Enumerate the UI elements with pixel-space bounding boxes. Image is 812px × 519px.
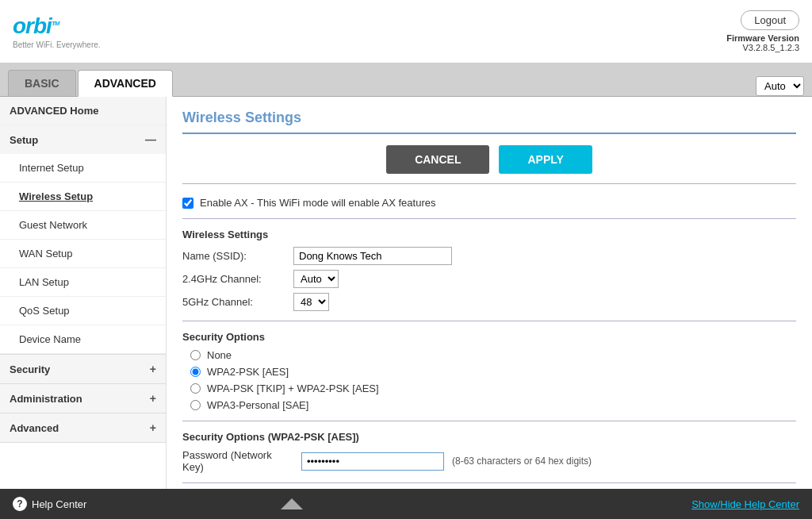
apply-button[interactable]: APPLY bbox=[499, 145, 592, 174]
password-label: Password (Network Key) bbox=[182, 449, 293, 473]
sidebar-item-wan-setup[interactable]: WAN Setup bbox=[0, 240, 166, 268]
content-area: Wireless Settings CANCEL APPLY Enable AX… bbox=[167, 97, 812, 489]
sidebar-setup-collapse-icon: — bbox=[145, 133, 156, 146]
sidebar-item-internet-setup[interactable]: Internet Setup bbox=[0, 154, 166, 183]
radio-wpa2-psk-aes[interactable] bbox=[190, 367, 201, 377]
wireless-settings-section: Wireless Settings Name (SSID): 2.4GHz Ch… bbox=[182, 229, 796, 311]
security-options-wpa2-title: Security Options (WPA2-PSK [AES]) bbox=[182, 431, 796, 443]
radio-none-label: None bbox=[207, 349, 232, 361]
sidebar-administration-header[interactable]: Administration + bbox=[0, 384, 166, 413]
channel-24-value: Auto bbox=[293, 270, 339, 288]
ssid-value bbox=[293, 247, 452, 265]
enable-ax-checkbox[interactable] bbox=[182, 198, 193, 209]
header: orbiTM Better WiFi. Everywhere. Logout F… bbox=[0, 0, 812, 63]
ssid-input[interactable] bbox=[293, 247, 452, 265]
tab-right: Auto bbox=[756, 76, 804, 96]
security-section: Security Options None WPA2-PSK [AES] WPA… bbox=[182, 331, 796, 411]
tab-advanced[interactable]: ADVANCED bbox=[78, 70, 173, 97]
sidebar-setup-header[interactable]: Setup — bbox=[0, 125, 166, 154]
wireless-settings-title: Wireless Settings bbox=[182, 229, 796, 240]
footer-left: ? Help Center bbox=[13, 497, 86, 511]
logo-tagline: Better WiFi. Everywhere. bbox=[13, 40, 101, 49]
footer-arrow-up[interactable] bbox=[281, 498, 303, 509]
radio-wpa-psk-tkip-row: WPA-PSK [TKIP] + WPA2-PSK [AES] bbox=[190, 383, 796, 394]
sidebar-security-expand-icon: + bbox=[150, 363, 156, 375]
sidebar: ADVANCED Home Setup — Internet Setup Wir… bbox=[0, 97, 167, 489]
password-row: Password (Network Key) (8-63 characters … bbox=[182, 449, 796, 473]
security-options-wpa2-section: Security Options (WPA2-PSK [AES]) Passwo… bbox=[182, 431, 796, 473]
password-input[interactable] bbox=[301, 452, 444, 471]
channel-5-row: 5GHz Channel: 48 bbox=[182, 293, 796, 311]
sidebar-advanced-expand-icon: + bbox=[150, 421, 156, 434]
button-row: CANCEL APPLY bbox=[182, 145, 796, 184]
channel-5-label: 5GHz Channel: bbox=[182, 296, 293, 308]
header-right: Logout Firmware Version V3.2.8.5_1.2.3 bbox=[726, 10, 799, 52]
sidebar-setup-label: Setup bbox=[10, 134, 38, 146]
radio-none[interactable] bbox=[190, 350, 201, 360]
channel-24-select[interactable]: Auto bbox=[293, 270, 339, 288]
radio-wpa3-personal[interactable] bbox=[190, 400, 201, 410]
logo-area: orbiTM Better WiFi. Everywhere. bbox=[13, 13, 101, 49]
sidebar-section-administration: Administration + bbox=[0, 384, 166, 413]
logo: orbiTM bbox=[13, 13, 101, 39]
main-layout: ADVANCED Home Setup — Internet Setup Wir… bbox=[0, 97, 812, 489]
logout-button[interactable]: Logout bbox=[741, 10, 799, 30]
radio-wpa-psk-tkip[interactable] bbox=[190, 383, 201, 394]
sidebar-security-header[interactable]: Security + bbox=[0, 355, 166, 383]
tab-bar: BASIC ADVANCED Auto bbox=[0, 63, 812, 97]
channel-5-value: 48 bbox=[293, 293, 329, 311]
ssid-row: Name (SSID): bbox=[182, 247, 796, 265]
logo-tm: TM bbox=[52, 20, 59, 27]
radio-wpa3-row: WPA3-Personal [SAE] bbox=[190, 399, 796, 411]
footer-help-center: Help Center bbox=[32, 498, 86, 510]
sidebar-item-qos-setup[interactable]: QoS Setup bbox=[0, 297, 166, 325]
sidebar-section-security: Security + bbox=[0, 355, 166, 384]
enable-ax-label: Enable AX - This WiFi mode will enable A… bbox=[200, 197, 435, 209]
footer-center bbox=[281, 498, 303, 509]
sidebar-section-advanced: Advanced + bbox=[0, 413, 166, 443]
help-icon: ? bbox=[13, 497, 27, 511]
sidebar-item-guest-network[interactable]: Guest Network bbox=[0, 211, 166, 240]
channel-24-row: 2.4GHz Channel: Auto bbox=[182, 270, 796, 288]
footer: ? Help Center Show/Hide Help Center bbox=[0, 489, 812, 519]
enable-ax-row: Enable AX - This WiFi mode will enable A… bbox=[182, 197, 796, 209]
sidebar-item-device-name[interactable]: Device Name bbox=[0, 325, 166, 354]
divider-4 bbox=[182, 482, 796, 483]
show-hide-help[interactable]: Show/Hide Help Center bbox=[691, 498, 799, 510]
sidebar-section-setup: Setup — Internet Setup Wireless Setup Gu… bbox=[0, 125, 166, 355]
sidebar-security-label: Security bbox=[10, 363, 50, 375]
firmware-version: V3.2.8.5_1.2.3 bbox=[726, 43, 799, 52]
divider-3 bbox=[182, 421, 796, 421]
sidebar-item-wireless-setup[interactable]: Wireless Setup bbox=[0, 183, 166, 211]
radio-wpa2-row: WPA2-PSK [AES] bbox=[190, 366, 796, 378]
page-title: Wireless Settings bbox=[182, 110, 796, 134]
sidebar-item-lan-setup[interactable]: LAN Setup bbox=[0, 268, 166, 297]
cancel-button[interactable]: CANCEL bbox=[386, 145, 489, 174]
radio-wpa3-personal-label: WPA3-Personal [SAE] bbox=[207, 399, 308, 411]
sidebar-administration-label: Administration bbox=[10, 393, 82, 405]
ssid-label: Name (SSID): bbox=[182, 250, 293, 262]
password-hint: (8-63 characters or 64 hex digits) bbox=[452, 456, 592, 467]
sidebar-advanced-header[interactable]: Advanced + bbox=[0, 413, 166, 442]
language-select[interactable]: Auto bbox=[756, 76, 804, 96]
radio-wpa2-psk-aes-label: WPA2-PSK [AES] bbox=[207, 366, 289, 378]
divider-1 bbox=[182, 218, 796, 219]
radio-wpa-psk-tkip-label: WPA-PSK [TKIP] + WPA2-PSK [AES] bbox=[207, 383, 379, 394]
divider-2 bbox=[182, 321, 796, 321]
sidebar-advanced-label: Advanced bbox=[10, 422, 59, 434]
security-options-title: Security Options bbox=[182, 331, 796, 343]
sidebar-item-advanced-home[interactable]: ADVANCED Home bbox=[0, 97, 166, 125]
tab-basic[interactable]: BASIC bbox=[8, 70, 76, 96]
channel-24-label: 2.4GHz Channel: bbox=[182, 273, 293, 285]
channel-5-select[interactable]: 48 bbox=[293, 293, 329, 311]
sidebar-administration-expand-icon: + bbox=[150, 392, 156, 405]
firmware-label: Firmware Version bbox=[726, 33, 799, 43]
radio-none-row: None bbox=[190, 349, 796, 361]
